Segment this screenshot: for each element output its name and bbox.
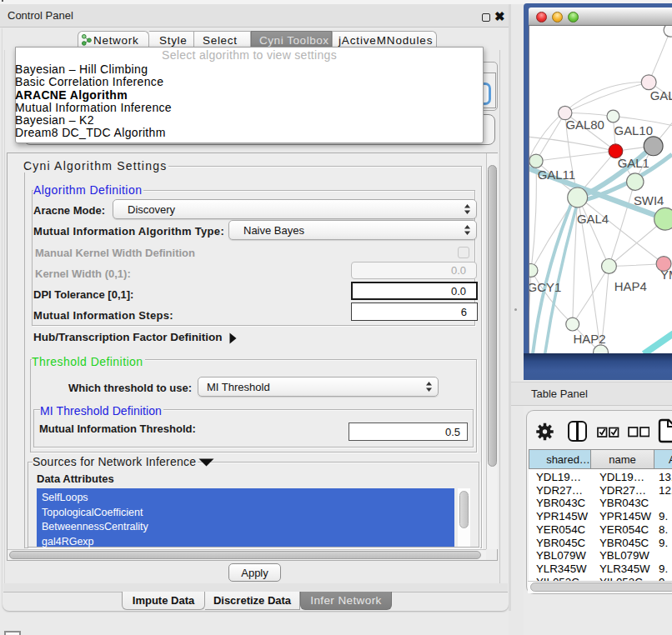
svg-text:HAP2: HAP2 bbox=[574, 332, 606, 346]
svg-text:GCY1: GCY1 bbox=[529, 281, 561, 294]
svg-text:GAL80: GAL80 bbox=[565, 118, 604, 132]
svg-text:HAP4: HAP4 bbox=[614, 280, 647, 293]
svg-text:GAL2: GAL2 bbox=[650, 89, 672, 102]
svg-text:GAL1: GAL1 bbox=[618, 157, 649, 170]
svg-text:YM: YM bbox=[660, 268, 672, 282]
svg-text:GAL11: GAL11 bbox=[538, 168, 575, 182]
svg-text:GAL4: GAL4 bbox=[577, 212, 609, 226]
svg-text:SWI4: SWI4 bbox=[634, 194, 664, 208]
svg-text:GAL10: GAL10 bbox=[614, 124, 653, 138]
